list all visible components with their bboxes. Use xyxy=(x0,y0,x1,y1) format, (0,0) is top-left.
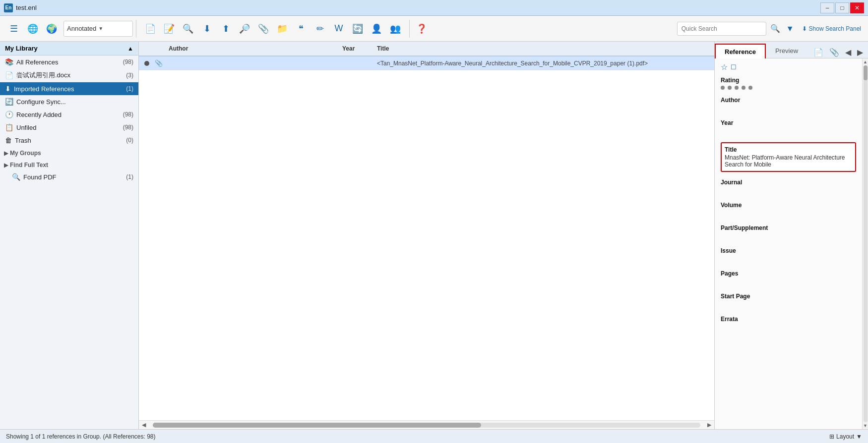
right-panel-scrollbar[interactable]: ▲ ▼ xyxy=(862,58,868,429)
sidebar-item-doc-file[interactable]: 📄 尝试试用引用.docx (3) xyxy=(0,68,138,82)
issue-label: Issue xyxy=(721,247,856,254)
start-page-value[interactable] xyxy=(721,301,856,309)
sidebar-item-trash[interactable]: 🗑 Trash (0) xyxy=(0,134,138,147)
online-search-button[interactable]: 🌐 xyxy=(24,19,42,39)
scroll-down-arrow[interactable]: ▼ xyxy=(863,423,868,428)
rating-dot-5[interactable] xyxy=(748,86,752,90)
volume-label: Volume xyxy=(721,202,856,209)
sidebar-item-label: Found PDF xyxy=(23,173,56,181)
help-button[interactable]: ❓ xyxy=(413,19,431,39)
quote-button[interactable]: ❝ xyxy=(292,19,310,39)
sidebar-item-all-references[interactable]: 📚 All References (98) xyxy=(0,55,138,68)
scroll-track[interactable] xyxy=(153,423,700,428)
folder-button[interactable]: 📁 xyxy=(273,19,291,39)
minimize-button[interactable]: – xyxy=(820,2,834,13)
download-button[interactable]: ⬇ xyxy=(198,19,216,39)
title-col-header[interactable]: Title xyxy=(373,45,712,52)
journal-value[interactable] xyxy=(721,187,856,195)
scroll-right-arrow[interactable]: ▶ xyxy=(704,422,714,428)
scroll-area[interactable] xyxy=(864,65,868,422)
close-button[interactable]: ✕ xyxy=(850,2,864,13)
insert-citation-button[interactable]: 📝 xyxy=(160,19,178,39)
people-button[interactable]: 👤 xyxy=(368,19,385,39)
show-search-panel-button[interactable]: ⬇ Show Search Panel xyxy=(798,23,865,34)
scroll-thumb[interactable] xyxy=(153,423,481,428)
tab-reference[interactable]: Reference xyxy=(715,44,766,58)
sidebar-item-found-pdf[interactable]: 🔍 Found PDF (1) xyxy=(0,170,138,183)
scroll-thumb[interactable] xyxy=(864,65,868,80)
web-search-button[interactable]: 🔍 xyxy=(179,19,197,39)
toolbar-action-group: 📄 📝 🔍 ⬇ ⬆ 🔎 📎 📁 ❝ ✏ W 🔄 👤 👥 xyxy=(139,19,406,39)
title-value[interactable]: MnasNet: Platform-Aware Neural Architect… xyxy=(725,154,852,168)
sidebar-item-label: Trash xyxy=(15,137,31,144)
sidebar-toggle-button[interactable]: ☰ xyxy=(5,19,23,39)
attach-button[interactable]: 📎 xyxy=(254,19,272,39)
sidebar-item-configure-sync[interactable]: 🔄 Configure Sync... xyxy=(0,95,138,108)
scroll-up-arrow[interactable]: ▲ xyxy=(863,59,868,64)
edit-button[interactable]: ✏ xyxy=(311,19,329,39)
share-button[interactable]: 👥 xyxy=(386,19,404,39)
pdf-icon-button[interactable]: 📄 xyxy=(811,47,825,58)
configure-sync-icon: 🔄 xyxy=(5,98,13,106)
sidebar-item-label: Recently Added xyxy=(16,111,62,118)
nav-next-button[interactable]: ▶ xyxy=(855,47,865,58)
pages-value[interactable] xyxy=(721,278,856,286)
checkbox-icon[interactable]: ☐ xyxy=(731,63,737,71)
attach-cell: 📎 xyxy=(153,59,165,67)
imported-references-icon: ⬇ xyxy=(5,85,11,93)
scroll-left-arrow[interactable]: ◀ xyxy=(139,422,149,428)
year-value[interactable] xyxy=(721,127,856,135)
collapse-groups-icon[interactable]: ▶ xyxy=(4,150,8,157)
quick-search-input[interactable] xyxy=(677,22,766,36)
new-reference-button[interactable]: 📄 xyxy=(141,19,159,39)
sidebar-item-label: Unfiled xyxy=(16,124,36,131)
sidebar-item-unfiled[interactable]: 📋 Unfiled (98) xyxy=(0,121,138,134)
found-pdf-count: (1) xyxy=(126,173,133,180)
find-text-button[interactable]: 🔎 xyxy=(236,19,253,39)
rating-dots[interactable] xyxy=(721,86,856,90)
collapse-icon[interactable]: ▲ xyxy=(127,45,133,52)
recently-added-icon: 🕐 xyxy=(5,111,13,118)
sidebar-item-recently-added[interactable]: 🕐 Recently Added (98) xyxy=(0,108,138,121)
word-button[interactable]: W xyxy=(330,19,348,39)
rating-dot-4[interactable] xyxy=(742,86,745,90)
upload-button[interactable]: ⬆ xyxy=(217,19,235,39)
volume-value[interactable] xyxy=(721,210,856,218)
collapse-fft-icon[interactable]: ▶ xyxy=(4,162,8,168)
rating-dot-2[interactable] xyxy=(728,86,732,90)
author-col-header[interactable]: Author xyxy=(165,45,338,52)
author-value[interactable] xyxy=(721,105,856,112)
sync-button[interactable]: 🔄 xyxy=(349,19,367,39)
year-col-header[interactable]: Year xyxy=(338,45,373,52)
nav-prev-button[interactable]: ◀ xyxy=(843,47,853,58)
integrated-library-button[interactable]: 🌍 xyxy=(43,19,61,39)
title-bar-left: En test.enl xyxy=(4,3,37,12)
rating-dot-3[interactable] xyxy=(735,86,739,90)
maximize-button[interactable]: □ xyxy=(835,2,849,13)
status-text: Showing 1 of 1 references in Group. (All… xyxy=(6,433,156,440)
horizontal-scrollbar[interactable]: ◀ ▶ xyxy=(139,420,714,429)
attach-icon-button[interactable]: 📎 xyxy=(827,47,841,58)
imported-references-count: (1) xyxy=(126,85,133,92)
errata-value[interactable] xyxy=(721,324,856,332)
toolbar-separator-2 xyxy=(409,20,410,38)
window-title: test.enl xyxy=(16,4,37,11)
group-selector[interactable]: Annotated ▼ xyxy=(63,21,133,37)
search-dropdown-button[interactable]: ▼ xyxy=(784,22,796,35)
start-page-label: Start Page xyxy=(721,293,856,300)
status-bar: Showing 1 of 1 references in Group. (All… xyxy=(0,429,868,443)
title-cell: <Tan_MnasNet_Platform-Aware_Neural_Archi… xyxy=(373,60,712,67)
layout-button[interactable]: ⊞ Layout ▼ xyxy=(829,433,862,440)
issue-value[interactable] xyxy=(721,255,856,263)
part-supplement-value[interactable] xyxy=(721,232,856,240)
all-references-icon: 📚 xyxy=(5,58,13,66)
sidebar-item-imported-references[interactable]: ⬇ Imported References (1) xyxy=(0,82,138,95)
content-area: Author Year Title 📎 <Tan_MnasNet_Platfor… xyxy=(139,42,714,429)
star-icon[interactable]: ☆ xyxy=(721,62,728,72)
search-button[interactable]: 🔍 xyxy=(768,22,782,35)
tab-preview[interactable]: Preview xyxy=(766,43,807,58)
rating-dot-1[interactable] xyxy=(721,86,725,90)
table-row[interactable]: 📎 <Tan_MnasNet_Platform-Aware_Neural_Arc… xyxy=(139,56,714,70)
recently-added-count: (98) xyxy=(123,111,133,118)
part-supplement-field: Part/Supplement xyxy=(721,224,856,240)
